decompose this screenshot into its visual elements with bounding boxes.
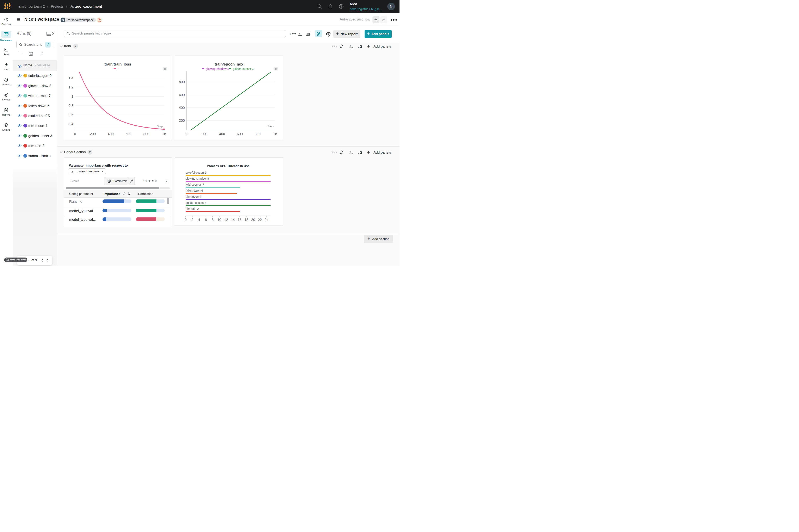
svg-text:2: 2 [191, 218, 193, 222]
svg-text:x: x [350, 150, 351, 153]
svg-text:1k: 1k [162, 132, 166, 136]
svg-text:trim-rain-2: trim-rain-2 [186, 207, 199, 210]
svg-text:16: 16 [238, 218, 242, 222]
svg-text:0.8: 0.8 [69, 104, 73, 108]
svg-text:0.6: 0.6 [69, 113, 73, 117]
svg-text:train/train_loss: train/train_loss [104, 62, 131, 66]
svg-text:golden-sunset-3: golden-sunset-3 [186, 201, 207, 204]
svg-text:glowing-shadow-8: glowing-shadow-8 [186, 177, 209, 180]
svg-text:600: 600 [126, 132, 131, 136]
svg-text:14: 14 [231, 218, 235, 222]
svg-text:6: 6 [205, 218, 207, 222]
svg-text:800: 800 [144, 132, 149, 136]
svg-text:glowing-shadow-8: glowing-shadow-8 [206, 67, 229, 71]
svg-text:golden-sunset-3: golden-sunset-3 [233, 67, 254, 71]
svg-text:colorful-yogurt-9: colorful-yogurt-9 [186, 171, 207, 174]
svg-text:12: 12 [224, 218, 228, 222]
svg-text:8: 8 [212, 218, 213, 222]
svg-text:1: 1 [72, 95, 73, 99]
svg-text:1k: 1k [273, 132, 277, 136]
svg-text:1.2: 1.2 [69, 86, 73, 89]
svg-text:800: 800 [179, 80, 185, 84]
svg-text:400: 400 [108, 132, 113, 136]
svg-text:0.4: 0.4 [69, 122, 73, 126]
svg-text:22: 22 [258, 218, 262, 222]
svg-text:4: 4 [198, 218, 200, 222]
svg-text:trim-moon-4: trim-moon-4 [186, 195, 201, 198]
svg-text:400: 400 [179, 106, 185, 110]
svg-text:200: 200 [201, 132, 207, 136]
svg-text:400: 400 [219, 132, 225, 136]
svg-text:0: 0 [185, 132, 187, 136]
svg-text:20: 20 [251, 218, 255, 222]
svg-text:Process CPU Threads In Use: Process CPU Threads In Use [207, 164, 249, 168]
svg-text:1.4: 1.4 [69, 76, 73, 80]
svg-text:fallen-dawn-6: fallen-dawn-6 [186, 189, 203, 192]
svg-text:train/epoch_ndx: train/epoch_ndx [214, 62, 243, 66]
svg-text:x: x [299, 32, 300, 35]
svg-text:: -: : - [117, 67, 119, 71]
svg-text:10: 10 [217, 218, 221, 222]
svg-text:18: 18 [245, 218, 248, 222]
svg-text:24: 24 [265, 218, 269, 222]
svg-text:800: 800 [254, 132, 261, 136]
svg-text:200: 200 [179, 119, 185, 122]
svg-text:wild-cosmos-7: wild-cosmos-7 [185, 183, 204, 186]
svg-text:600: 600 [179, 93, 185, 97]
svg-text:200: 200 [90, 132, 96, 136]
svg-text:600: 600 [237, 132, 243, 136]
svg-text:x: x [350, 44, 351, 47]
svg-text:0: 0 [185, 218, 186, 222]
svg-text:Step: Step [157, 125, 163, 128]
svg-text:0: 0 [74, 132, 76, 136]
svg-text:Step: Step [267, 125, 273, 128]
